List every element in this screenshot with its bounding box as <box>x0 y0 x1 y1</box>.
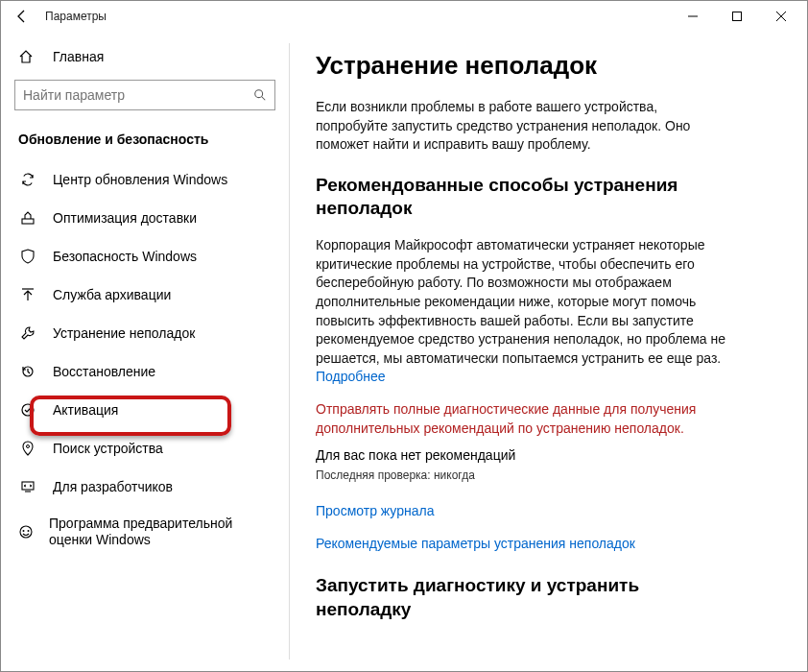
sidebar-item-label: Для разработчиков <box>53 479 173 494</box>
svg-point-2 <box>255 90 263 98</box>
main-content: Устранение неполадок Если возникли пробл… <box>289 32 807 671</box>
insider-icon <box>18 524 34 540</box>
recommended-text: Корпорация Майкрософт автоматически устр… <box>316 236 728 387</box>
close-button[interactable] <box>759 1 803 32</box>
sidebar-item-label: Устранение неполадок <box>53 325 195 341</box>
sidebar-item-insider[interactable]: Программа предварительной оценки Windows <box>1 506 289 558</box>
svg-point-13 <box>28 530 30 532</box>
window-title: Параметры <box>45 10 671 23</box>
sidebar-item-delivery-optimization[interactable]: Оптимизация доставки <box>1 199 289 237</box>
sidebar-item-backup[interactable]: Служба архивации <box>1 276 289 314</box>
recommended-settings-link[interactable]: Рекомендуемые параметры устранения непол… <box>316 536 780 551</box>
view-history-link[interactable]: Просмотр журнала <box>316 503 780 518</box>
maximize-button[interactable] <box>715 1 759 32</box>
home-icon <box>18 49 37 64</box>
search-input[interactable] <box>23 87 253 103</box>
svg-point-12 <box>23 530 25 532</box>
sidebar-item-label: Восстановление <box>53 364 155 379</box>
sidebar-item-label: Оптимизация доставки <box>53 210 197 226</box>
sidebar-item-label: Программа предварительной оценки Windows <box>49 516 272 548</box>
svg-rect-1 <box>733 12 742 21</box>
window-body: Главная Обновление и безопасность Центр … <box>1 32 807 671</box>
sidebar-item-troubleshoot[interactable]: Устранение неполадок <box>1 314 289 352</box>
run-diagnostic-heading: Запустить диагностику и устранить непола… <box>316 574 719 621</box>
minimize-button[interactable] <box>671 1 715 32</box>
intro-text: Если возникли проблемы в работе вашего у… <box>316 98 728 155</box>
sidebar-item-label: Центр обновления Windows <box>53 172 227 187</box>
section-title: Обновление и безопасность <box>1 124 289 160</box>
backup-icon <box>18 287 37 302</box>
search-box[interactable] <box>14 80 275 110</box>
shield-icon <box>18 249 37 264</box>
home-link[interactable]: Главная <box>1 39 289 74</box>
delivery-icon <box>18 210 37 226</box>
page-title: Устранение неполадок <box>316 51 780 81</box>
diagnostic-warning: Отправлять полные диагностические данные… <box>316 400 728 438</box>
sidebar-item-label: Поиск устройства <box>53 441 163 456</box>
svg-point-11 <box>20 526 32 538</box>
learn-more-link[interactable]: Подробнее <box>316 369 386 384</box>
sidebar-item-find-device[interactable]: Поиск устройства <box>1 429 289 468</box>
no-recommendations-text: Для вас пока нет рекомендаций <box>316 447 780 463</box>
sidebar-item-recovery[interactable]: Восстановление <box>1 352 289 391</box>
recovery-icon <box>18 364 37 379</box>
location-icon <box>18 441 37 456</box>
wrench-icon <box>18 325 37 341</box>
activation-icon <box>18 402 37 418</box>
settings-window: Параметры Главная О <box>0 0 808 672</box>
sidebar-item-label: Служба архивации <box>53 287 171 302</box>
svg-line-3 <box>262 97 266 101</box>
sync-icon <box>18 172 37 187</box>
sidebar-item-activation[interactable]: Активация <box>1 391 289 429</box>
sidebar-item-windows-security[interactable]: Безопасность Windows <box>1 237 289 276</box>
sidebar-item-label: Безопасность Windows <box>53 249 197 264</box>
recommended-heading: Рекомендованные способы устранения непол… <box>316 174 719 221</box>
svg-point-7 <box>22 404 34 416</box>
svg-point-8 <box>27 445 30 448</box>
sidebar-item-developers[interactable]: Для разработчиков <box>1 468 289 506</box>
back-button[interactable] <box>5 1 39 32</box>
window-controls <box>671 1 803 32</box>
titlebar: Параметры <box>1 1 807 32</box>
developer-icon <box>18 479 37 494</box>
svg-rect-4 <box>22 219 34 224</box>
sidebar: Главная Обновление и безопасность Центр … <box>1 32 289 671</box>
search-container <box>1 80 289 124</box>
home-label: Главная <box>53 49 104 64</box>
sidebar-item-label: Активация <box>53 402 118 418</box>
sidebar-item-windows-update[interactable]: Центр обновления Windows <box>1 160 289 199</box>
last-check-text: Последняя проверка: никогда <box>316 468 780 482</box>
search-icon <box>253 88 267 102</box>
